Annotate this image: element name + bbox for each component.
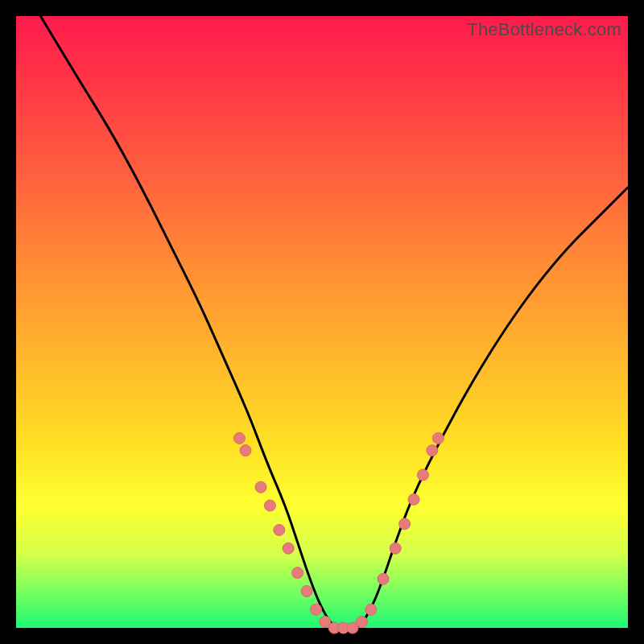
accent-dot (240, 445, 251, 456)
accent-dot (408, 493, 419, 505)
chart-frame: TheBottleneck.com (0, 0, 644, 644)
accent-dot (264, 500, 275, 511)
accent-dot (365, 604, 377, 615)
bottleneck-curve-svg (16, 16, 628, 628)
accent-dot (301, 585, 312, 597)
plot-area: TheBottleneck.com (16, 16, 628, 628)
accent-dots-group (233, 432, 444, 634)
accent-dot (292, 568, 303, 579)
accent-dot (432, 432, 444, 444)
accent-dot (310, 604, 321, 615)
accent-dot (378, 573, 389, 584)
accent-dot (399, 518, 411, 530)
bottleneck-curve (40, 16, 628, 628)
accent-dot (255, 481, 266, 493)
accent-dot (427, 445, 438, 456)
accent-dot (356, 616, 367, 627)
accent-dot (283, 543, 294, 554)
accent-dot (233, 432, 245, 444)
accent-dot (274, 524, 285, 535)
accent-dot (417, 469, 428, 481)
accent-dot (390, 543, 401, 554)
